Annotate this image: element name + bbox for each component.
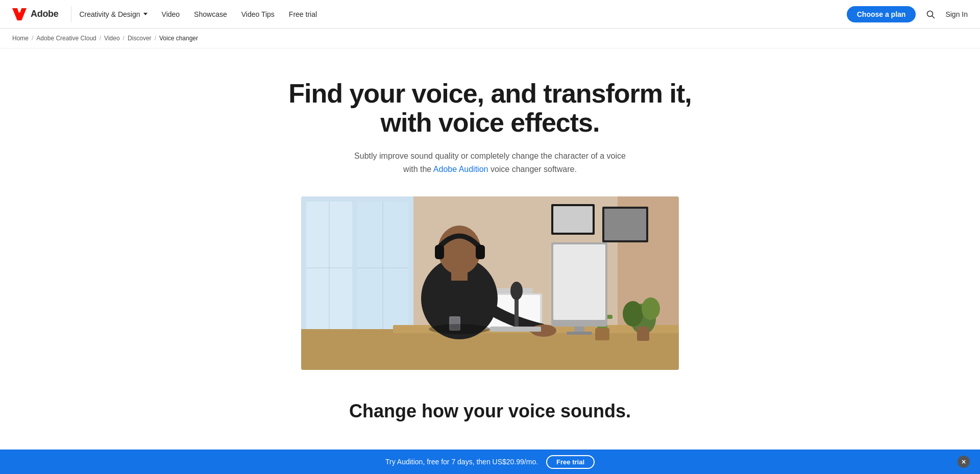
nav-link-video[interactable]: Video — [156, 0, 186, 29]
hero-subtitle-line2: with the Adobe Audition voice changer so… — [403, 165, 577, 173]
search-icon — [926, 10, 935, 19]
brand-name: Adobe — [31, 9, 59, 19]
svg-line-1 — [932, 16, 935, 18]
navbar: Adobe Creativity & Design Video Showcase… — [0, 0, 980, 29]
main-content: Find your voice, and transform it, with … — [184, 48, 796, 451]
svg-point-18 — [623, 301, 643, 327]
svg-rect-11 — [301, 329, 679, 370]
svg-point-44 — [429, 324, 490, 334]
hero-title-line2: with voice effects. — [381, 108, 600, 137]
hero-image — [301, 196, 679, 370]
hero-title-line1: Find your voice, and transform it, — [288, 79, 691, 108]
svg-rect-27 — [553, 244, 605, 320]
breadcrumb-current: Voice changer — [159, 35, 198, 42]
creativity-label: Creativity & Design — [80, 10, 140, 18]
svg-rect-36 — [435, 245, 444, 259]
chevron-down-icon — [143, 13, 148, 15]
svg-rect-45 — [490, 327, 541, 332]
choose-plan-button[interactable]: Choose a plan — [847, 6, 916, 22]
svg-rect-35 — [451, 270, 468, 281]
svg-point-40 — [510, 282, 523, 300]
breadcrumb-sep-4: / — [155, 35, 156, 42]
breadcrumb-sep-3: / — [123, 35, 125, 42]
breadcrumb-acc[interactable]: Adobe Creative Cloud — [36, 35, 96, 42]
search-button[interactable] — [924, 8, 937, 21]
adobe-logo-icon — [12, 8, 27, 20]
adobe-logo[interactable]: Adobe — [12, 8, 59, 20]
hero-subtitle: Subtly improve sound quality or complete… — [196, 149, 784, 176]
adobe-audition-link[interactable]: Adobe Audition — [433, 165, 488, 173]
breadcrumb-sep-1: / — [32, 35, 33, 42]
breadcrumb-discover[interactable]: Discover — [128, 35, 152, 42]
nav-links: Video Showcase Video Tips Free trial — [156, 0, 324, 29]
breadcrumb: Home / Adobe Creative Cloud / Video / Di… — [0, 29, 980, 48]
svg-rect-25 — [595, 328, 609, 340]
breadcrumb-video[interactable]: Video — [104, 35, 119, 42]
breadcrumb-sep-2: / — [100, 35, 101, 42]
section-title: Change how your voice sounds. — [196, 401, 784, 422]
breadcrumb-home[interactable]: Home — [12, 35, 29, 42]
creativity-menu[interactable]: Creativity & Design — [76, 0, 152, 29]
navbar-right: Choose a plan Sign In — [847, 6, 968, 22]
sign-in-link[interactable]: Sign In — [945, 10, 968, 18]
hero-subtitle-line1: Subtly improve sound quality or complete… — [354, 152, 626, 160]
svg-rect-20 — [637, 327, 649, 341]
svg-point-19 — [642, 297, 660, 320]
svg-rect-29 — [567, 332, 592, 335]
nav-link-showcase[interactable]: Showcase — [188, 0, 233, 29]
svg-point-34 — [438, 226, 481, 275]
svg-rect-16 — [553, 206, 593, 233]
hero-image-wrapper — [301, 196, 679, 370]
hero-title: Find your voice, and transform it, with … — [196, 79, 784, 137]
nav-divider — [71, 6, 71, 22]
nav-link-video-tips[interactable]: Video Tips — [235, 0, 281, 29]
bottom-banner: Try Audition, free for 7 days, then US$2… — [0, 450, 980, 451]
nav-link-free-trial[interactable]: Free trial — [283, 0, 323, 29]
svg-rect-37 — [476, 245, 485, 259]
svg-rect-14 — [604, 209, 646, 240]
